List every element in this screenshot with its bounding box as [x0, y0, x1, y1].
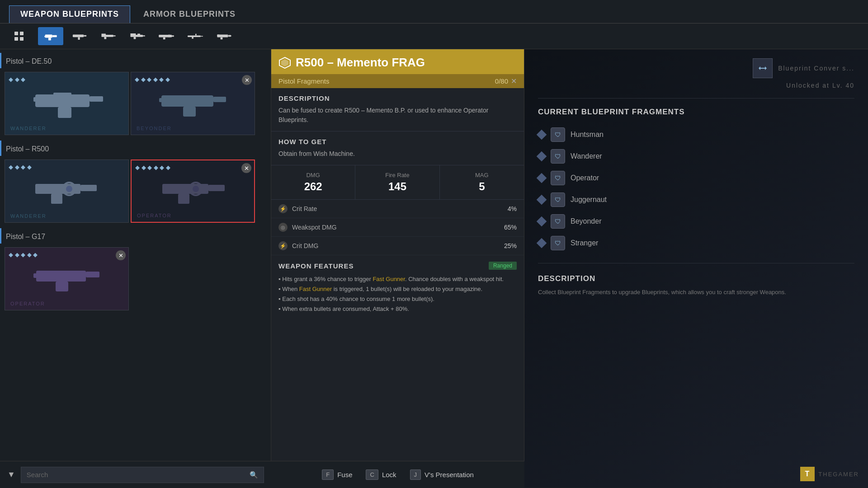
diamond-icon [537, 130, 547, 140]
fragment-name-stranger: Stranger [571, 239, 598, 247]
tab-armor-blueprints[interactable]: ARMOR BLUEPRINTS [132, 5, 247, 23]
diamond-icon [537, 173, 547, 183]
svg-rect-17 [143, 35, 145, 36]
svg-rect-13 [113, 35, 116, 36]
svg-rect-22 [172, 35, 174, 37]
svg-rect-31 [221, 37, 223, 39]
action-lock[interactable]: C Lock [366, 469, 396, 480]
fragment-juggernaut: 🛡 Juggernaut [538, 189, 854, 211]
weapon-card-de50-wanderer[interactable]: ◆ ◆ ◆ WANDERER [5, 72, 129, 135]
bottom-bar-search: ▼ Search 🔍 [0, 461, 271, 488]
presentation-label: V's Presentation [425, 471, 474, 479]
svg-rect-40 [183, 107, 196, 117]
fragment-operator: 🛡 Operator [538, 167, 854, 189]
unlocked-text: Unlocked at Lv. 40 [538, 82, 854, 89]
svg-rect-19 [130, 33, 136, 35]
fragment-shield-icon: 🛡 [551, 236, 565, 250]
diamond-icon [537, 216, 547, 227]
detail-title: R500 – Memento FRAG [296, 56, 517, 70]
tab-weapon-blueprints[interactable]: WEAPON BLUEPRINTS [9, 5, 130, 23]
stat-mag: MAG 5 [440, 165, 524, 199]
svg-rect-26 [201, 36, 203, 37]
fast-gunner-link2[interactable]: Fast Gunner [299, 286, 332, 292]
svg-rect-10 [78, 37, 80, 40]
description-title: DESCRIPTION [278, 94, 517, 102]
svg-rect-11 [73, 36, 74, 37]
crit-rate-icon: ⚡ [278, 204, 288, 213]
thegamer-logo-icon: T [800, 467, 815, 481]
diamond-icon [537, 238, 547, 249]
fuse-label: Fuse [337, 471, 352, 479]
svg-rect-30 [228, 35, 231, 37]
stat-fire-rate: Fire Rate 145 [355, 165, 439, 199]
action-fuse[interactable]: F Fuse [322, 469, 352, 480]
bottom-actions: F Fuse C Lock J V's Presentation [271, 461, 524, 488]
features-section: WEAPON FEATURES Ranged ▪ Hits grant a 36… [271, 255, 524, 320]
card-watermark-wanderer: WANDERER [10, 126, 47, 131]
detail-header: R500 – Memento FRAG [271, 49, 524, 74]
attr-crit-dmg: ⚡ Crit DMG 25% [271, 237, 524, 255]
filter-icon[interactable]: ▼ [7, 470, 15, 479]
fragments-title: CURRENT BLUEPRINT FRAGMENTS [538, 108, 854, 117]
weapon-types-bar [0, 23, 868, 49]
fragment-name-wanderer: Wanderer [571, 152, 602, 160]
card-watermark-operator: OPERATOR [10, 301, 45, 306]
svg-rect-39 [213, 97, 226, 102]
attr-weakspot-label: Weakspot DMG [292, 224, 337, 231]
svg-rect-2 [14, 37, 18, 41]
weapon-type-all[interactable] [9, 27, 34, 45]
ranged-badge: Ranged [489, 262, 517, 270]
svg-rect-36 [33, 97, 39, 102]
fragment-shield-icon: 🛡 [551, 214, 565, 229]
fuse-key: F [322, 469, 334, 480]
weapon-card-de50-beyonder[interactable]: ◆ ◆ ◆ ◆ ◆ ◆ ✕ BEYONDER [131, 72, 255, 135]
weapon-type-pistol[interactable] [38, 27, 63, 45]
svg-rect-27 [192, 37, 193, 39]
weapon-type-lmg[interactable] [154, 27, 179, 45]
weapon-type-smg[interactable] [67, 27, 92, 45]
svg-rect-25 [188, 35, 201, 37]
how-to-get-section: HOW TO GET Obtain from Wish Machine. [271, 131, 524, 165]
fragment-stranger: 🛡 Stranger [538, 232, 854, 254]
svg-rect-28 [195, 34, 197, 36]
attr-crit-rate: ⚡ Crit Rate 4% [271, 200, 524, 218]
svg-rect-52 [36, 271, 86, 282]
fragment-list: 🛡 Huntsman 🛡 Wanderer 🛡 Operator 🛡 Jugg [538, 124, 854, 254]
weapon-card-g17-operator[interactable]: ◆ ◆ ◆ ◆ ◆ ✕ OPERATOR [5, 247, 129, 310]
svg-rect-38 [161, 95, 213, 107]
search-box[interactable]: Search 🔍 [21, 467, 264, 483]
fragment-huntsman: 🛡 Huntsman [538, 124, 854, 145]
weapon-card-r500-operator[interactable]: ◆ ◆ ◆ ◆ ◆ ◆ ✕ OPERATOR [131, 160, 255, 223]
svg-rect-9 [84, 35, 86, 37]
svg-rect-37 [53, 93, 71, 95]
svg-rect-23 [163, 37, 165, 39]
svg-rect-48 [208, 185, 225, 191]
group-label-de50: Pistol – DE.50 [0, 53, 271, 68]
weapon-type-sr[interactable] [183, 27, 208, 45]
weapon-card-r500-wanderer[interactable]: ◆ ◆ ◆ ◆ WANDERER [5, 160, 129, 223]
action-presentation[interactable]: J V's Presentation [410, 469, 474, 480]
blueprint-converter-btn[interactable] [753, 58, 773, 78]
detail-subtitle: Pistol Fragments 0/80 ✕ [271, 74, 524, 88]
group-label-g17: Pistol – G17 [0, 228, 271, 244]
svg-rect-54 [56, 282, 68, 291]
svg-rect-34 [90, 96, 103, 102]
svg-rect-33 [35, 94, 90, 107]
detail-description-section: DESCRIPTION Can be fused to create R500 … [271, 88, 524, 131]
weapon-type-ar2[interactable] [125, 27, 150, 45]
fragment-shield-icon: 🛡 [551, 127, 565, 142]
description-section: DESCRIPTION Collect Blueprint Fragments … [538, 274, 854, 297]
svg-rect-35 [58, 107, 71, 118]
weapon-type-sg[interactable] [212, 27, 237, 45]
svg-rect-4 [45, 34, 52, 38]
fragment-beyonder: 🛡 Beyonder [538, 211, 854, 232]
svg-rect-8 [73, 34, 84, 37]
weapon-type-ar[interactable] [96, 27, 121, 45]
fast-gunner-link1[interactable]: Fast Gunner [373, 276, 405, 282]
attr-crit-dmg-value: 25% [504, 242, 517, 249]
lock-key: C [366, 469, 378, 480]
fragment-name-operator: Operator [571, 174, 599, 182]
svg-rect-32 [217, 34, 219, 36]
fragment-shield-icon: 🛡 [551, 171, 565, 185]
lock-label: Lock [382, 471, 396, 479]
